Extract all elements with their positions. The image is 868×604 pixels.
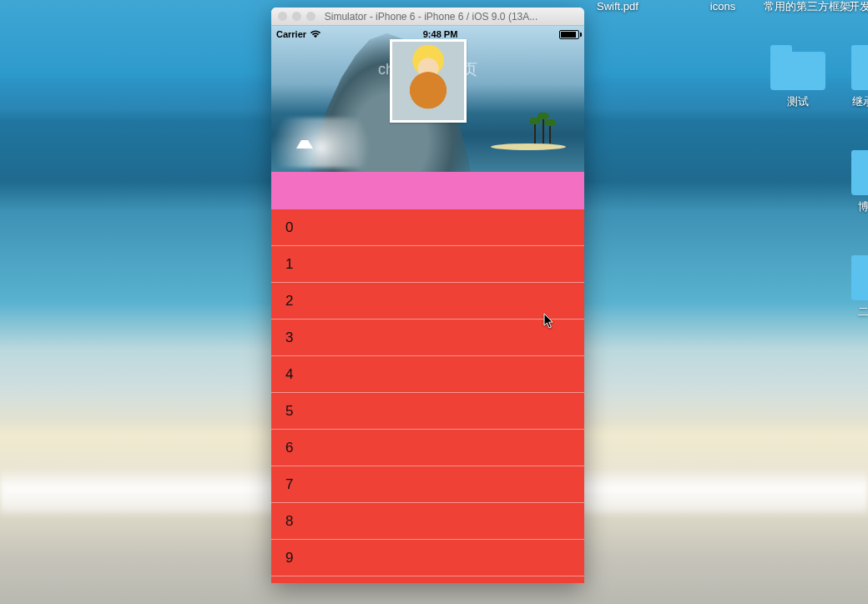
zoom-icon[interactable] <box>306 12 315 21</box>
folder-label: 常用的第三方框架 <box>761 0 853 13</box>
desktop-folder-icons[interactable]: icons <box>689 0 756 13</box>
folder-label: 二 <box>846 305 868 319</box>
table-row[interactable]: 7 <box>271 466 584 503</box>
table-rows-container[interactable]: 0 1 2 3 4 5 6 7 8 9 <box>271 209 584 583</box>
traffic-lights[interactable] <box>278 12 315 21</box>
island-graphic <box>491 143 566 150</box>
row-label: 8 <box>285 513 293 529</box>
desktop-folder-thirdparty[interactable]: 常用的第三方框架 <box>761 0 853 13</box>
folder-icon <box>770 52 825 90</box>
table-row[interactable]: 5 <box>271 393 584 430</box>
folder-label: 测试 <box>765 95 831 108</box>
row-label: 2 <box>285 293 293 309</box>
row-label: 4 <box>285 366 293 382</box>
table-row[interactable]: 0 <box>271 209 584 246</box>
row-label: 1 <box>285 256 293 272</box>
folder-label: 开发 <box>843 0 868 13</box>
folder-icon <box>851 157 868 195</box>
window-titlebar[interactable]: Simulator - iPhone 6 - iPhone 6 / iOS 9.… <box>271 8 584 26</box>
row-label: 9 <box>285 550 293 566</box>
minimize-icon[interactable] <box>292 12 301 21</box>
table-row[interactable]: 4 <box>271 356 584 393</box>
mouse-cursor-icon <box>543 313 555 330</box>
file-label: Swift.pdf <box>584 0 651 13</box>
avatar[interactable] <box>390 39 467 123</box>
row-label: 5 <box>285 403 293 419</box>
battery-icon <box>559 30 579 39</box>
desktop-folder-test[interactable]: 测试 <box>765 52 831 108</box>
table-row[interactable]: 2 <box>271 283 584 320</box>
water-splash <box>271 118 396 168</box>
row-label: 6 <box>285 440 293 456</box>
palm-tree-icon <box>534 122 536 143</box>
desktop-folder-dev[interactable]: 开发 <box>843 0 868 13</box>
desktop-folder-blog[interactable]: 博 <box>846 157 868 214</box>
palm-tree-icon <box>549 123 551 143</box>
table-section-header <box>271 172 584 209</box>
close-icon[interactable] <box>278 12 287 21</box>
folder-icon <box>851 262 868 300</box>
table-row[interactable]: 8 <box>271 503 584 540</box>
table-row[interactable]: 1 <box>271 246 584 283</box>
desktop-background: Swift.pdf icons 常用的第三方框架 开发 测试 继承 博 二 Si… <box>0 0 868 604</box>
table-row[interactable]: 6 <box>271 430 584 466</box>
window-title: Simulator - iPhone 6 - iPhone 6 / iOS 9.… <box>322 11 540 23</box>
row-label: 0 <box>285 219 293 235</box>
folder-label: 博 <box>846 200 868 214</box>
folder-label: 继承 <box>846 95 868 108</box>
desktop-folder-two[interactable]: 二 <box>846 262 868 319</box>
desktop-folder-inherit[interactable]: 继承 <box>846 52 868 108</box>
folder-label: icons <box>689 0 756 13</box>
status-time: 9:48 PM <box>321 29 559 39</box>
desktop-file-swift-pdf[interactable]: Swift.pdf <box>584 0 651 13</box>
table-row[interactable]: 9 <box>271 540 584 576</box>
simulated-phone-screen[interactable]: Carrier 9:48 PM chg的 <box>271 26 584 583</box>
carrier-label: Carrier <box>276 29 306 39</box>
row-label: 3 <box>285 330 293 345</box>
avatar-image <box>392 42 464 120</box>
row-label: 7 <box>285 476 293 492</box>
simulator-window[interactable]: Simulator - iPhone 6 - iPhone 6 / iOS 9.… <box>271 8 584 583</box>
table-row[interactable]: 3 <box>271 320 584 356</box>
folder-icon <box>851 52 868 90</box>
wifi-icon <box>310 30 321 38</box>
